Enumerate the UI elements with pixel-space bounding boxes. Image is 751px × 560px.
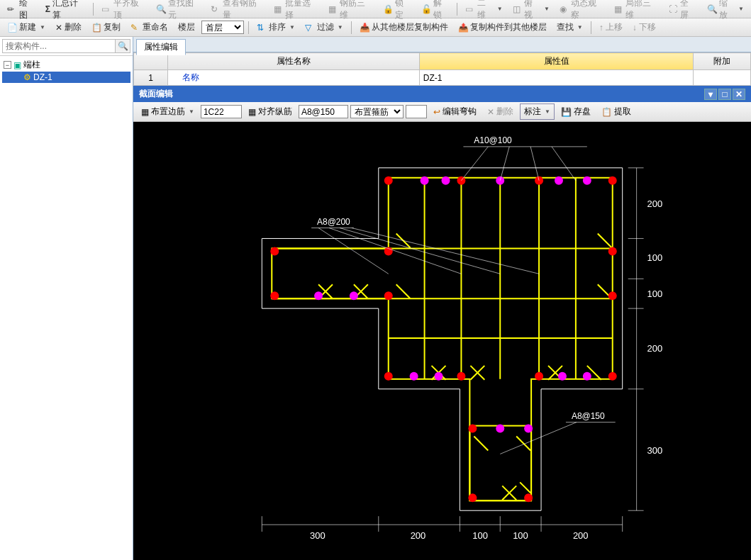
zoom-button[interactable]: 🔍缩放▼ — [703, 0, 747, 23]
svg-point-26 — [555, 177, 563, 185]
view-rebar-button[interactable]: ↻查看钢筋量 — [207, 0, 267, 23]
search-button[interactable]: 🔍 — [116, 39, 130, 53]
svg-line-16 — [516, 437, 530, 451]
chevron-down-icon: ▼ — [544, 6, 550, 12]
edit-hook-button[interactable]: ↩编辑弯钩 — [429, 103, 481, 120]
label: 全屏 — [680, 0, 696, 21]
prop-extra-cell[interactable] — [694, 70, 751, 86]
up-icon: ↑ — [599, 23, 603, 33]
fullscreen-button[interactable]: ⛶全屏 — [665, 0, 701, 23]
edge-rebar-button[interactable]: ▦布置边筋▼ — [137, 103, 199, 120]
stirrup-input[interactable] — [406, 105, 427, 118]
stirrup-select[interactable]: 布置箍筋 — [350, 105, 404, 118]
close-button[interactable]: ✕ — [733, 89, 745, 100]
hook-icon: ↩ — [433, 107, 440, 117]
tab-prop-edit[interactable]: 属性编辑 — [136, 39, 186, 55]
select-icon: ▦ — [274, 4, 284, 14]
edge-rebar-input[interactable] — [201, 105, 242, 118]
search-input[interactable] — [2, 39, 116, 53]
rebar-3d-button[interactable]: ▦钢筋三维 — [325, 0, 377, 23]
local3d-icon: ▦ — [614, 4, 624, 14]
unlock-icon: 🔓 — [421, 4, 431, 14]
floor-select[interactable]: 首层 — [201, 21, 244, 34]
svg-text:200: 200 — [411, 530, 426, 541]
new-button[interactable]: 📄新建▼ — [4, 20, 49, 35]
label: 绘图 — [19, 0, 35, 21]
row-number: 1 — [134, 70, 168, 86]
filter-button[interactable]: ▽过滤▼ — [301, 20, 347, 35]
label: 删除 — [65, 21, 82, 33]
flat-icon: ▭ — [101, 4, 111, 14]
collapse-icon[interactable]: − — [4, 61, 11, 69]
svg-point-27 — [583, 177, 591, 185]
move-up-button[interactable]: ↑上移 — [596, 20, 626, 35]
unlock-button[interactable]: 🔓解锁 — [418, 0, 453, 23]
dyn-view-button[interactable]: ◉动态观察 — [556, 0, 608, 23]
fullscreen-icon: ⛶ — [669, 4, 679, 14]
chevron-down-icon: ▼ — [497, 6, 503, 12]
svg-point-40 — [457, 372, 465, 381]
find-button[interactable]: 查找▼ — [553, 20, 586, 35]
save-button[interactable]: 💾存盘 — [557, 103, 595, 120]
draw-button[interactable]: ✏绘图 — [4, 0, 39, 23]
maximize-button[interactable]: □ — [718, 89, 731, 100]
align-vert-button[interactable]: ▦对齐纵筋 — [244, 103, 296, 120]
svg-point-49 — [524, 493, 533, 502]
sum-button[interactable]: Σ汇总计算 — [42, 0, 89, 23]
prop-value-cell[interactable]: DZ-1 — [419, 70, 694, 86]
minimize-button[interactable]: ▾ — [704, 89, 717, 100]
annotate-button[interactable]: 标注▼ — [520, 103, 555, 120]
drawing-canvas[interactable]: A10@100 A8@200 A8@150 200 100 100 200 — [133, 122, 751, 560]
tree-label: DZ-1 — [33, 72, 52, 82]
copy-to-floor-button[interactable]: 📤复制构件到其他楼层 — [455, 20, 550, 35]
tree-root[interactable]: − ▣ 端柱 — [2, 58, 130, 72]
svg-point-43 — [583, 372, 591, 381]
svg-text:100: 100 — [647, 289, 663, 299]
local-3d-button[interactable]: ▦局部三维 — [611, 0, 662, 23]
window-controls: ▾ □ ✕ — [704, 89, 745, 100]
dimensions-horizontal: 300 200 100 100 200 — [262, 516, 622, 541]
table-row[interactable]: 1 名称 DZ-1 — [134, 70, 751, 86]
view-2d-button[interactable]: ▭二维▼ — [462, 0, 506, 23]
label: 对齐纵筋 — [258, 106, 292, 118]
disk-icon: 💾 — [561, 107, 572, 117]
copy-from-icon: 📥 — [360, 23, 369, 33]
perspective-button[interactable]: ◫俯视▼ — [509, 0, 553, 23]
folder-icon: ▣ — [13, 60, 21, 70]
label: 解锁 — [433, 0, 450, 21]
copy-button[interactable]: 📋复制 — [88, 20, 124, 35]
svg-point-28 — [608, 177, 617, 185]
zoom-icon: 🔍 — [707, 4, 717, 14]
extract-button[interactable]: 📋提取 — [597, 103, 635, 120]
align-vert-input[interactable] — [299, 105, 348, 118]
copy-from-floor-button[interactable]: 📥从其他楼层复制构件 — [356, 20, 452, 35]
right-panel: 属性编辑 属性名称 属性值 附加 1 名称 DZ-1 截面编辑 ▾ □ ✕ — [133, 37, 751, 560]
lock-button[interactable]: 🔒锁定 — [379, 0, 415, 23]
svg-point-44 — [608, 372, 617, 381]
header-blank — [134, 53, 168, 70]
batch-select-button[interactable]: ▦批量选择 — [270, 0, 322, 23]
toolbar-secondary: 📄新建▼ ✕删除 📋复制 ✎重命名 楼层 首层 ⇅排序▼ ▽过滤▼ 📥从其他楼层… — [0, 18, 751, 37]
orbit-icon: ◉ — [560, 4, 569, 14]
move-down-button[interactable]: ↓下移 — [629, 20, 660, 35]
label: 平齐板顶 — [113, 0, 146, 21]
delete-rebar-button[interactable]: ✕删除 — [483, 103, 518, 120]
label: 从其他楼层复制构件 — [372, 21, 448, 33]
chevron-down-icon: ▼ — [545, 108, 550, 115]
label: 批量选择 — [285, 0, 318, 21]
svg-point-30 — [270, 291, 279, 300]
header-name: 属性名称 — [168, 53, 419, 70]
label: 查看钢筋量 — [223, 0, 264, 21]
chevron-down-icon: ▼ — [577, 24, 583, 30]
flat-button[interactable]: ▭平齐板顶 — [98, 0, 150, 23]
gear-icon: ⚙ — [23, 72, 31, 82]
tree-item-dz1[interactable]: ⚙ DZ-1 — [2, 72, 130, 83]
property-table: 属性名称 属性值 附加 1 名称 DZ-1 — [133, 52, 751, 86]
delete-button[interactable]: ✕删除 — [52, 20, 85, 35]
copy-icon: 📋 — [91, 23, 101, 33]
rename-button[interactable]: ✎重命名 — [127, 20, 172, 35]
label: 查找 — [557, 21, 574, 33]
sort-button[interactable]: ⇅排序▼ — [253, 20, 299, 35]
section-drawing: A10@100 A8@200 A8@150 200 100 100 200 — [133, 122, 751, 560]
find-elem-button[interactable]: 🔍查找图元 — [152, 0, 204, 23]
